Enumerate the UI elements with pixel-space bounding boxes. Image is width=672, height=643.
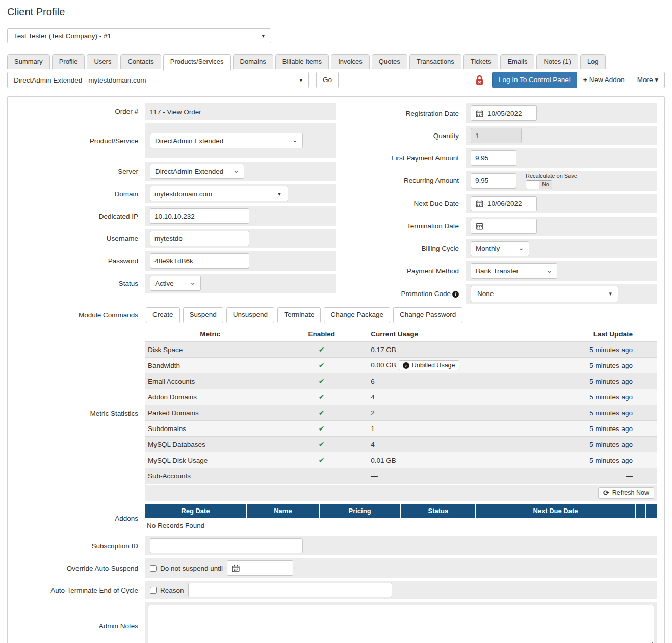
terminate-button[interactable]: Terminate xyxy=(277,307,321,323)
order-value[interactable]: 117 - View Order xyxy=(150,108,201,116)
subscription-id-input[interactable] xyxy=(150,538,303,553)
tab-bar: Summary Profile Users Contacts Products/… xyxy=(7,54,665,69)
subscription-id-label: Subscription ID xyxy=(15,542,145,550)
registration-date-label: Registration Date xyxy=(337,110,466,117)
admin-notes-row: Admin Notes xyxy=(15,602,657,643)
domain-dropdown-button[interactable]: ▾ xyxy=(271,186,288,201)
tab-products-services[interactable]: Products/Services xyxy=(163,54,231,71)
billing-cycle-label: Billing Cycle xyxy=(337,245,466,252)
go-button[interactable]: Go xyxy=(316,72,339,88)
table-row: Parked Domains ✔ 2 5 minutes ago xyxy=(145,405,657,421)
recalculate-note: Recalculate on Save xyxy=(526,173,577,179)
unsuspend-button[interactable]: Unsuspend xyxy=(226,307,274,323)
table-row: Addon Domains ✔ 4 5 minutes ago xyxy=(145,389,657,405)
server-select[interactable]: DirectAdmin Extended ⌄ xyxy=(150,164,244,179)
check-icon: ✔ xyxy=(319,361,325,369)
info-icon[interactable]: i xyxy=(452,291,459,298)
tab-emails[interactable]: Emails xyxy=(500,54,534,69)
refresh-now-button[interactable]: ⟳Refresh Now xyxy=(598,487,654,499)
tab-notes[interactable]: Notes (1) xyxy=(536,54,578,69)
recurring-amount-row: Recurring Amount Recalculate on Save No xyxy=(337,171,657,191)
service-toolbar: DirectAdmin Extended - mytestdomain.com … xyxy=(7,72,665,88)
payment-method-label: Payment Method xyxy=(337,267,466,275)
auto-terminate-label: Auto-Terminate End of Cycle xyxy=(15,586,145,594)
tab-contacts[interactable]: Contacts xyxy=(120,54,161,69)
service-selector-value: DirectAdmin Extended - mytestdomain.com xyxy=(14,76,146,84)
client-selector[interactable]: Test Tester (Test Company) - #1 ▾ xyxy=(7,28,271,43)
unbilled-usage-button[interactable]: iUnbilled Usage xyxy=(399,360,459,370)
metric-statistics-table: Metric Enabled Current Usage Last Update… xyxy=(145,327,657,484)
last-update-header: Last Update xyxy=(503,327,657,342)
next-due-date-input[interactable]: 10/06/2022 xyxy=(471,196,537,211)
termination-date-input[interactable] xyxy=(471,219,537,234)
billing-cycle-select[interactable]: Monthly ⌄ xyxy=(471,241,529,256)
more-button[interactable]: More ▾ xyxy=(631,72,665,88)
table-row: MySQL Databases ✔ 4 5 minutes ago xyxy=(145,437,657,452)
table-row: Sub-Accounts — — xyxy=(145,468,657,484)
registration-date-input[interactable]: 10/05/2022 xyxy=(471,105,537,121)
auto-terminate-row: Auto-Terminate End of Cycle Reason xyxy=(15,581,657,599)
tab-summary[interactable]: Summary xyxy=(7,54,50,69)
table-row: No Records Found xyxy=(145,518,657,533)
auto-terminate-checkbox[interactable] xyxy=(150,587,157,594)
check-icon: ✔ xyxy=(319,393,325,401)
status-select[interactable]: Active ⌄ xyxy=(150,276,201,291)
dedicated-ip-row: Dedicated IP xyxy=(15,206,336,226)
chevron-down-icon: ⌄ xyxy=(190,279,196,286)
create-button[interactable]: Create xyxy=(146,307,180,323)
check-icon: ✔ xyxy=(319,456,325,464)
tab-users[interactable]: Users xyxy=(87,54,118,69)
client-selector-value: Test Tester (Test Company) - #1 xyxy=(14,32,111,40)
addons-header-pricing: Pricing xyxy=(319,504,401,518)
recalculate-toggle[interactable]: No xyxy=(526,180,552,189)
tab-billable-items[interactable]: Billable Items xyxy=(275,54,329,69)
do-not-suspend-option: Do not suspend until xyxy=(150,565,223,572)
module-commands-label: Module Commands xyxy=(15,311,145,319)
admin-notes-textarea[interactable] xyxy=(148,605,654,643)
dedicated-ip-input[interactable] xyxy=(150,208,249,224)
current-usage-header: Current Usage xyxy=(370,327,503,342)
form-left-column: Order # 117 - View Order Product/Service… xyxy=(15,103,336,307)
chevron-down-icon: ⌄ xyxy=(518,244,524,251)
domain-input[interactable] xyxy=(150,186,271,201)
change-password-button[interactable]: Change Password xyxy=(393,307,462,323)
quantity-input xyxy=(471,128,522,143)
quantity-label: Quantity xyxy=(337,132,466,140)
server-row: Server DirectAdmin Extended ⌄ xyxy=(15,162,336,181)
product-service-select[interactable]: DirectAdmin Extended ⌄ xyxy=(150,133,303,148)
tab-transactions[interactable]: Transactions xyxy=(409,54,461,69)
billing-cycle-row: Billing Cycle Monthly ⌄ xyxy=(337,239,657,258)
override-auto-suspend-label: Override Auto-Suspend xyxy=(15,565,145,572)
first-payment-input[interactable] xyxy=(471,150,516,166)
lock-status-icon xyxy=(475,75,484,86)
recurring-amount-input[interactable] xyxy=(471,173,516,189)
tab-log[interactable]: Log xyxy=(580,54,606,69)
new-addon-button[interactable]: +New Addon xyxy=(577,72,631,88)
check-icon: ✔ xyxy=(319,377,325,385)
tab-quotes[interactable]: Quotes xyxy=(372,54,407,69)
table-row: Disk Space ✔ 0.17 GB 5 minutes ago xyxy=(145,342,657,358)
suspend-until-date-input[interactable] xyxy=(227,560,293,576)
metric-header: Metric xyxy=(145,327,273,342)
toggle-label: No xyxy=(539,181,552,189)
info-icon: i xyxy=(403,362,409,369)
chevron-down-icon: ⌄ xyxy=(546,266,552,274)
password-input[interactable] xyxy=(150,253,249,269)
payment-method-select[interactable]: Bank Transfer ⌄ xyxy=(471,263,557,279)
tab-invoices[interactable]: Invoices xyxy=(331,54,370,69)
login-control-panel-button[interactable]: Log In To Control Panel xyxy=(492,72,577,88)
tab-tickets[interactable]: Tickets xyxy=(463,54,499,69)
reason-input[interactable] xyxy=(188,583,392,597)
table-row: Email Accounts ✔ 6 5 minutes ago xyxy=(145,373,657,389)
promotion-code-select[interactable]: None ▾ xyxy=(471,286,618,302)
tab-profile[interactable]: Profile xyxy=(52,54,85,69)
toggle-knob xyxy=(526,181,539,189)
table-row: Subdomains ✔ 1 5 minutes ago xyxy=(145,421,657,437)
suspend-button[interactable]: Suspend xyxy=(183,307,223,323)
username-input[interactable] xyxy=(150,231,249,246)
service-selector[interactable]: DirectAdmin Extended - mytestdomain.com … xyxy=(7,72,309,88)
do-not-suspend-checkbox[interactable] xyxy=(150,565,157,572)
tab-domains[interactable]: Domains xyxy=(233,54,273,69)
change-package-button[interactable]: Change Package xyxy=(324,307,390,323)
quantity-row: Quantity xyxy=(337,126,657,145)
